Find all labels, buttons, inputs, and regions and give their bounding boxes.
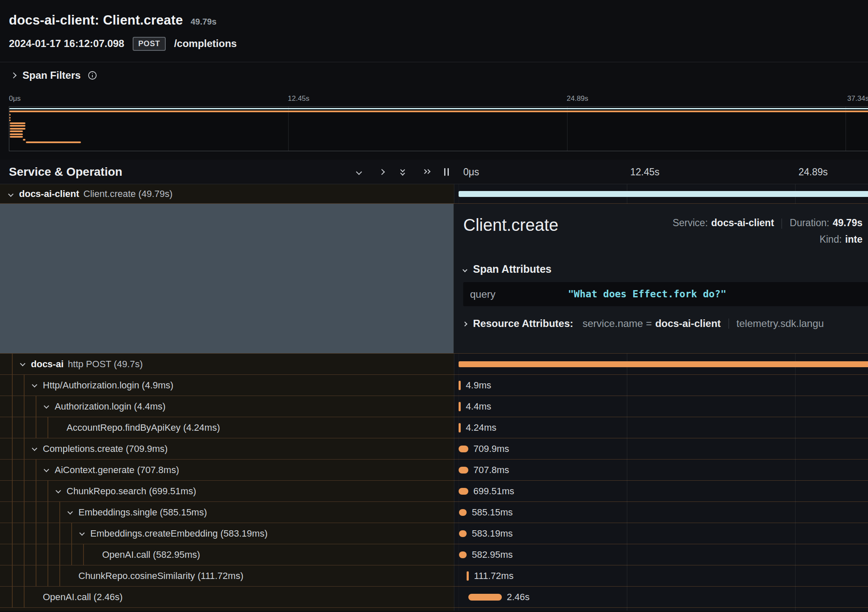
span-duration-bar[interactable]: [459, 381, 461, 390]
indent-guide: [24, 544, 25, 565]
detail-kind-label: Kind:: [820, 234, 842, 245]
indent-guide: [12, 438, 13, 459]
indent-guide: [12, 417, 13, 438]
timeline-tick-label: 0μs: [463, 160, 479, 184]
span-duration-label: 707.8ms: [473, 460, 509, 481]
span-label: Embeddings.createEmbedding (583.19ms): [90, 523, 267, 544]
chevron-down-icon[interactable]: [8, 191, 14, 197]
span-label: AccountRepo.findByApiKey (4.24ms): [67, 417, 220, 438]
indent-guide: [59, 502, 60, 523]
resource-attribute-key: service.name =: [582, 318, 651, 330]
span-duration-bar[interactable]: [459, 488, 468, 495]
indent-guide: [12, 481, 13, 501]
span-row[interactable]: OpenAI.call (582.95ms)582.95ms: [0, 544, 868, 565]
indent-guide: [36, 417, 36, 438]
indent-guide: [47, 544, 48, 565]
span-row[interactable]: docs-aihttp POST (49.7s): [0, 354, 868, 375]
chevron-down-icon[interactable]: [20, 361, 25, 366]
span-row[interactable]: docs-ai-clientClient.create (49.79s): [0, 184, 868, 204]
trace-timestamp: 2024-01-17 16:12:07.098: [9, 38, 124, 50]
chevron-down-icon[interactable]: [67, 509, 73, 515]
span-duration-label: 583.19ms: [472, 523, 513, 544]
span-row[interactable]: Embeddings.single (585.15ms)585.15ms: [0, 502, 868, 523]
chevron-down-icon[interactable]: [44, 467, 49, 472]
indent-guide: [12, 354, 13, 374]
chevron-down-icon[interactable]: [79, 530, 85, 536]
indent-guide: [24, 523, 25, 544]
collapse-one-icon[interactable]: [357, 160, 361, 184]
span-row[interactable]: Authorization.login (4.4ms)4.4ms: [0, 396, 868, 417]
indent-guide: [47, 417, 48, 438]
span-duration-bar[interactable]: [459, 509, 467, 516]
span-filters-toggle[interactable]: Span Filters: [0, 62, 868, 85]
span-label: AiContext.generate (707.8ms): [55, 460, 179, 480]
span-duration-bar[interactable]: [459, 551, 467, 558]
indent-guide: [24, 587, 25, 607]
span-duration-bar[interactable]: [459, 191, 868, 197]
span-row[interactable]: Embeddings.createEmbedding (583.19ms)583…: [0, 523, 868, 544]
indent-guide: [12, 523, 13, 544]
indent-guide: [71, 523, 72, 544]
span-label: docs-ai-clientClient.create (49.79s): [19, 184, 172, 203]
indent-guide: [59, 544, 60, 565]
span-detail-panel: Client.create Service:docs-ai-clientDura…: [454, 204, 868, 353]
span-label: Authorization.login (4.4ms): [55, 396, 166, 417]
span-row[interactable]: Completions.create (709.9ms)709.9ms: [0, 438, 868, 460]
collapse-all-icon[interactable]: [400, 160, 406, 184]
separator: [729, 318, 729, 329]
resource-attributes-label: Resource Attributes:: [473, 318, 573, 330]
expand-one-icon[interactable]: [380, 160, 384, 184]
expand-all-icon[interactable]: [423, 160, 431, 184]
span-row[interactable]: OpenAI.call (2.46s)2.46s: [0, 587, 868, 608]
indent-guide: [24, 502, 25, 523]
indent-guide: [83, 544, 84, 565]
timeline-minimap[interactable]: [9, 106, 868, 151]
row-filler: [0, 608, 454, 611]
resource-attributes-toggle[interactable]: Resource Attributes: service.name = docs…: [463, 318, 868, 330]
span-duration-bar[interactable]: [468, 594, 501, 601]
info-icon[interactable]: [87, 70, 97, 80]
chevron-down-icon[interactable]: [32, 446, 37, 451]
indent-guide: [24, 481, 25, 501]
attribute-row: query "What does Effect.fork do?": [463, 282, 868, 306]
chevron-down-icon[interactable]: [44, 403, 49, 409]
indent-guide: [36, 460, 36, 480]
span-row[interactable]: ChunkRepo.search (699.51ms)699.51ms: [0, 481, 868, 502]
indent-guide: [47, 565, 48, 586]
chevron-down-icon[interactable]: [32, 382, 37, 388]
span-duration-bar[interactable]: [459, 423, 461, 432]
span-duration-bar[interactable]: [459, 467, 468, 474]
span-duration-label: 4.9ms: [466, 375, 491, 396]
span-row[interactable]: ChunkRepo.cosineSimilarity (111.72ms)111…: [0, 565, 868, 587]
span-duration-bar[interactable]: [459, 402, 461, 411]
indent-guide: [24, 396, 25, 417]
span-row[interactable]: Http/Authorization.login (4.9ms)4.9ms: [0, 375, 868, 396]
span-label: ChunkRepo.search (699.51ms): [67, 481, 196, 501]
indent-guide: [36, 523, 36, 544]
span-duration-label: 582.95ms: [472, 544, 513, 565]
trace-meta-row: 2024-01-17 16:12:07.098 POST /completion…: [9, 36, 868, 52]
trace-title-row: docs-ai-client: Client.create 49.79s: [9, 13, 868, 30]
detail-duration-label: Duration:: [790, 217, 829, 228]
indent-guide: [36, 481, 36, 501]
span-duration-bar[interactable]: [459, 530, 467, 537]
trace-title: docs-ai-client: Client.create: [9, 13, 183, 28]
span-duration-bar[interactable]: [467, 571, 469, 581]
span-row[interactable]: AiContext.generate (707.8ms)707.8ms: [0, 460, 868, 481]
span-duration-bar[interactable]: [459, 446, 468, 452]
span-attributes-toggle[interactable]: Span Attributes: [463, 263, 868, 275]
indent-guide: [47, 523, 48, 544]
indent-guide: [24, 460, 25, 480]
chevron-down-icon[interactable]: [56, 488, 61, 493]
attribute-value: "What does Effect.fork do?": [568, 282, 726, 306]
column-resize-handle[interactable]: [444, 160, 449, 184]
attribute-key: query: [470, 282, 495, 306]
minimap-span-bar: [10, 130, 23, 132]
span-duration-bar[interactable]: [459, 361, 868, 367]
span-duration-label: 585.15ms: [472, 502, 513, 523]
span-duration-label: 4.4ms: [466, 396, 491, 417]
detail-service-label: Service:: [673, 217, 708, 228]
span-label: docs-aihttp POST (49.7s): [31, 354, 143, 374]
timeline-tick-label: 12.45s: [630, 160, 659, 184]
span-row[interactable]: AccountRepo.findByApiKey (4.24ms)4.24ms: [0, 417, 868, 438]
